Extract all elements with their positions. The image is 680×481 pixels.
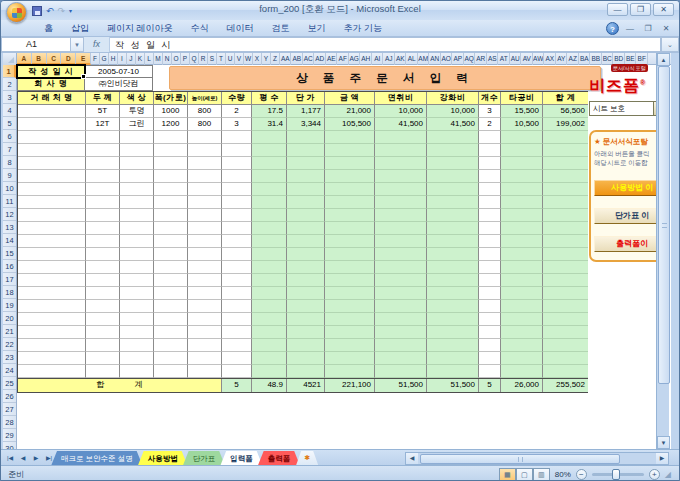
formula-input[interactable]: 작 성 일 시 [110, 37, 661, 52]
table-cell[interactable] [222, 235, 252, 248]
row-header-7[interactable]: 7 [3, 143, 16, 156]
table-cell[interactable] [120, 274, 154, 287]
table-cell[interactable] [501, 287, 543, 300]
table-cell[interactable] [222, 248, 252, 261]
column-title-2[interactable]: 색 상 [120, 92, 154, 105]
table-cell[interactable] [325, 300, 375, 313]
table-cell[interactable] [427, 339, 479, 352]
row-header-23[interactable]: 23 [3, 351, 16, 364]
table-cell[interactable] [543, 352, 588, 365]
table-cell[interactable] [86, 235, 120, 248]
table-cell[interactable] [154, 300, 188, 313]
row-header-8[interactable]: 8 [3, 156, 16, 169]
table-cell[interactable] [501, 144, 543, 157]
column-header-AD[interactable]: AD [314, 53, 326, 65]
table-cell[interactable] [86, 313, 120, 326]
column-header-AV[interactable]: AV [521, 53, 533, 65]
table-cell[interactable] [427, 326, 479, 339]
row-header-28[interactable]: 28 [3, 416, 16, 429]
table-cell[interactable] [287, 209, 325, 222]
restore-button[interactable]: ❐ [630, 3, 651, 16]
column-header-AH[interactable]: AH [360, 53, 372, 65]
table-cell[interactable] [325, 287, 375, 300]
column-header-AA[interactable]: AA [280, 53, 292, 65]
column-header-B[interactable]: B [32, 53, 47, 65]
table-cell[interactable] [154, 209, 188, 222]
column-header-AK[interactable]: AK [395, 53, 407, 65]
table-cell[interactable] [18, 157, 86, 170]
column-header-H[interactable]: H [109, 53, 118, 65]
table-cell[interactable] [543, 170, 588, 183]
table-cell[interactable] [427, 222, 479, 235]
column-header-I[interactable]: I [118, 53, 127, 65]
table-cell[interactable] [252, 339, 287, 352]
table-cell[interactable] [427, 287, 479, 300]
table-cell[interactable] [188, 131, 222, 144]
table-cell[interactable] [325, 248, 375, 261]
ribbon-tab-데이터[interactable]: 데이터 [218, 20, 263, 37]
table-cell[interactable] [287, 144, 325, 157]
table-cell[interactable] [222, 326, 252, 339]
column-header-AN[interactable]: AN [429, 53, 441, 65]
table-cell[interactable] [86, 209, 120, 222]
table-cell[interactable] [188, 209, 222, 222]
panel-button-사용방법 이[interactable]: 사용방법 이 [594, 180, 657, 196]
column-header-AJ[interactable]: AJ [383, 53, 395, 65]
table-cell[interactable] [252, 131, 287, 144]
table-cell[interactable] [325, 352, 375, 365]
table-cell[interactable] [18, 313, 86, 326]
page-layout-view-icon[interactable]: ▢ [516, 468, 533, 481]
ribbon-tab-추가 기능[interactable]: 추가 기능 [335, 20, 392, 37]
table-cell[interactable] [252, 222, 287, 235]
table-cell[interactable] [287, 235, 325, 248]
table-cell[interactable] [501, 248, 543, 261]
table-cell[interactable] [375, 196, 427, 209]
column-header-A[interactable]: A [17, 53, 32, 65]
table-cell[interactable] [18, 352, 86, 365]
table-cell[interactable] [427, 274, 479, 287]
scroll-left-icon[interactable]: ◀ [406, 453, 418, 464]
row-header-19[interactable]: 19 [3, 299, 16, 312]
column-title-13[interactable]: 합 계 [543, 92, 588, 105]
sheet-protect-dropdown[interactable]: 시트 보호 ▼ [589, 101, 657, 116]
column-title-12[interactable]: 타공비 [501, 92, 543, 105]
column-title-7[interactable]: 단 가 [287, 92, 325, 105]
table-cell[interactable] [479, 209, 501, 222]
table-cell[interactable] [427, 196, 479, 209]
column-header-Y[interactable]: Y [262, 53, 271, 65]
column-title-8[interactable]: 금 액 [325, 92, 375, 105]
total-cell[interactable]: 51,500 [375, 379, 427, 392]
table-cell[interactable] [222, 209, 252, 222]
next-sheet-icon[interactable]: ▶ [30, 452, 42, 464]
table-cell[interactable]: 21,000 [325, 105, 375, 118]
table-cell[interactable]: 투명 [120, 105, 154, 118]
table-cell[interactable] [287, 313, 325, 326]
table-cell[interactable] [501, 313, 543, 326]
table-cell[interactable] [154, 261, 188, 274]
table-cell[interactable] [325, 274, 375, 287]
table-cell[interactable] [375, 183, 427, 196]
table-cell[interactable] [543, 157, 588, 170]
column-title-1[interactable]: 두 께 [86, 92, 120, 105]
row-header-20[interactable]: 20 [3, 312, 16, 325]
table-cell[interactable] [501, 339, 543, 352]
table-cell[interactable] [287, 274, 325, 287]
insert-worksheet-icon[interactable]: ✱ [296, 451, 318, 465]
table-cell[interactable] [479, 131, 501, 144]
table-cell[interactable] [325, 326, 375, 339]
column-header-L[interactable]: L [145, 53, 154, 65]
table-cell[interactable]: 105,500 [325, 118, 375, 131]
table-cell[interactable] [501, 261, 543, 274]
total-cell[interactable]: 4521 [287, 379, 325, 392]
total-cell[interactable]: 221,100 [325, 379, 375, 392]
table-cell[interactable]: 2 [479, 118, 501, 131]
table-cell[interactable] [154, 313, 188, 326]
close-button[interactable]: ✕ [653, 3, 674, 16]
resize-grip[interactable]: ◢ [665, 468, 671, 481]
table-cell[interactable] [154, 170, 188, 183]
table-cell[interactable] [427, 261, 479, 274]
table-cell[interactable] [188, 248, 222, 261]
minimize-button[interactable]: — [607, 3, 628, 16]
table-cell[interactable] [427, 144, 479, 157]
table-cell[interactable] [287, 170, 325, 183]
